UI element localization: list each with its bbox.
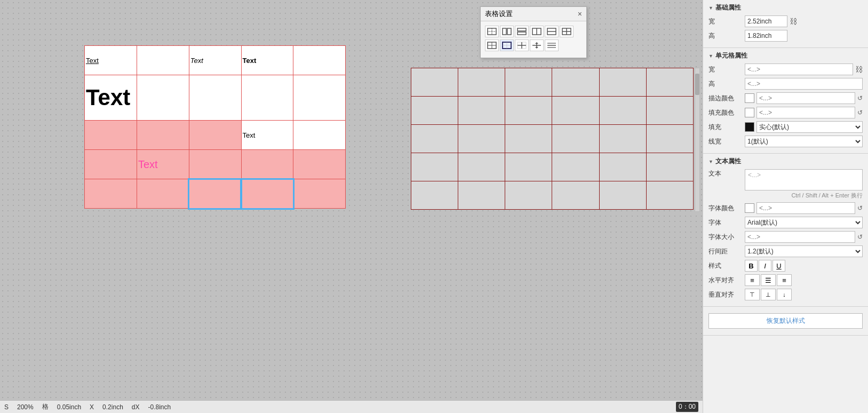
fill-color-refresh-icon[interactable]: ↺ — [857, 109, 863, 116]
table-cell[interactable] — [505, 68, 552, 97]
table-cell[interactable] — [458, 68, 505, 97]
vertical-scrollbar[interactable] — [695, 68, 700, 212]
main-table[interactable]: Text Text Text Text — [84, 45, 346, 209]
fill-color-input[interactable] — [756, 107, 855, 118]
fill-style-swatch[interactable] — [745, 122, 754, 132]
table-cell[interactable]: Text — [189, 46, 241, 75]
restore-default-button[interactable]: 恢复默认样式 — [708, 313, 863, 329]
table-cell[interactable] — [411, 153, 458, 181]
font-color-refresh-icon[interactable]: ↺ — [857, 204, 863, 212]
line-width-select[interactable]: 1(默认) — [745, 136, 863, 147]
table-cell[interactable] — [646, 68, 693, 97]
table-cell[interactable] — [505, 97, 552, 125]
table-cell[interactable] — [293, 46, 346, 75]
font-face-select[interactable]: Arial(默认) — [745, 217, 863, 228]
table-cell[interactable] — [646, 153, 693, 181]
table-cell[interactable] — [646, 125, 693, 153]
table-cell[interactable] — [505, 153, 552, 181]
border-outer-icon[interactable] — [500, 39, 514, 51]
table-cell[interactable] — [599, 181, 646, 210]
table-cell[interactable] — [552, 153, 599, 181]
canvas-area[interactable]: 表格设置 × — [0, 0, 703, 413]
font-color-swatch[interactable] — [745, 203, 754, 213]
cell-resize-link-icon[interactable]: ⛓ — [855, 65, 863, 74]
table-cell[interactable] — [646, 97, 693, 125]
merge-h-icon[interactable] — [500, 26, 514, 37]
table-cell[interactable] — [293, 150, 346, 179]
table-cell[interactable] — [241, 150, 293, 179]
fill-color-swatch[interactable] — [745, 108, 754, 117]
table-cell[interactable]: Text — [241, 46, 293, 75]
align-center-button[interactable]: ☰ — [761, 274, 776, 286]
align-middle-button[interactable]: ⊥ — [761, 289, 776, 300]
align-right-button[interactable]: ≡ — [777, 274, 792, 286]
split-hv-icon[interactable] — [560, 26, 574, 37]
table-cell[interactable] — [411, 125, 458, 153]
align-vcenter-icon[interactable] — [530, 39, 544, 51]
align-hcenter-icon[interactable] — [545, 39, 559, 51]
border-color-swatch[interactable] — [745, 93, 754, 103]
table-cell[interactable] — [599, 125, 646, 153]
table-cell[interactable] — [137, 75, 189, 121]
table-cell[interactable] — [458, 125, 505, 153]
table-cell[interactable] — [293, 179, 346, 209]
table-cell[interactable] — [552, 97, 599, 125]
cell-height-input[interactable] — [745, 78, 863, 90]
height-input[interactable] — [745, 30, 787, 42]
table-cell[interactable] — [505, 125, 552, 153]
table-cell[interactable] — [411, 97, 458, 125]
table-cell[interactable] — [293, 121, 346, 150]
line-height-select[interactable]: 1.2(默认) — [745, 245, 863, 257]
table-cell-selected[interactable] — [189, 179, 241, 209]
table-cell[interactable] — [552, 68, 599, 97]
merge-all-icon[interactable] — [485, 26, 499, 37]
table-cell[interactable] — [599, 68, 646, 97]
table-cell[interactable] — [505, 181, 552, 210]
table-cell[interactable] — [411, 68, 458, 97]
table-cell[interactable] — [241, 75, 293, 121]
main-table-container[interactable]: Text Text Text Text — [84, 45, 346, 209]
font-color-input[interactable] — [756, 202, 855, 214]
table-cell[interactable] — [137, 46, 189, 75]
table-cell[interactable]: Text — [137, 150, 189, 179]
scroll-thumb[interactable] — [695, 74, 699, 95]
table-cell[interactable] — [189, 75, 241, 121]
table-cell[interactable]: Text — [85, 75, 137, 121]
width-input[interactable] — [745, 15, 787, 27]
align-top-button[interactable]: ⊤ — [745, 289, 760, 300]
font-size-refresh-icon[interactable]: ↺ — [857, 233, 863, 241]
underline-button[interactable]: U — [773, 260, 785, 272]
text-input[interactable]: <...> — [745, 169, 863, 190]
align-left-button[interactable]: ≡ — [745, 274, 760, 286]
table-cell[interactable] — [293, 75, 346, 121]
table-cell[interactable] — [458, 181, 505, 210]
border-color-refresh-icon[interactable]: ↺ — [857, 94, 863, 102]
table-cell[interactable] — [137, 179, 189, 209]
table-cell[interactable]: Text — [241, 121, 293, 150]
bold-button[interactable]: B — [745, 260, 758, 272]
italic-button[interactable]: I — [759, 260, 771, 272]
fill-style-select[interactable]: 实心(默认) — [756, 121, 863, 133]
border-all-icon[interactable] — [485, 39, 499, 51]
table-cell-selected[interactable] — [241, 179, 293, 209]
dialog-close-button[interactable]: × — [578, 10, 582, 18]
border-color-input[interactable] — [756, 92, 855, 104]
secondary-table-container[interactable] — [411, 68, 694, 210]
secondary-table[interactable] — [411, 68, 694, 210]
table-cell[interactable] — [646, 181, 693, 210]
split-v-icon[interactable] — [545, 26, 559, 37]
table-cell[interactable] — [189, 121, 241, 150]
table-cell[interactable] — [85, 150, 137, 179]
merge-v-icon[interactable] — [515, 26, 529, 37]
border-inner-icon[interactable] — [515, 39, 529, 51]
split-h-icon[interactable] — [530, 26, 544, 37]
align-bottom-button[interactable]: ↓ — [777, 289, 792, 300]
cell-width-input[interactable] — [745, 63, 853, 75]
table-cell[interactable] — [189, 150, 241, 179]
table-cell[interactable] — [599, 153, 646, 181]
table-cell[interactable] — [85, 179, 137, 209]
table-cell[interactable] — [552, 181, 599, 210]
table-cell[interactable]: Text — [85, 46, 137, 75]
table-cell[interactable] — [137, 121, 189, 150]
table-cell[interactable] — [458, 97, 505, 125]
